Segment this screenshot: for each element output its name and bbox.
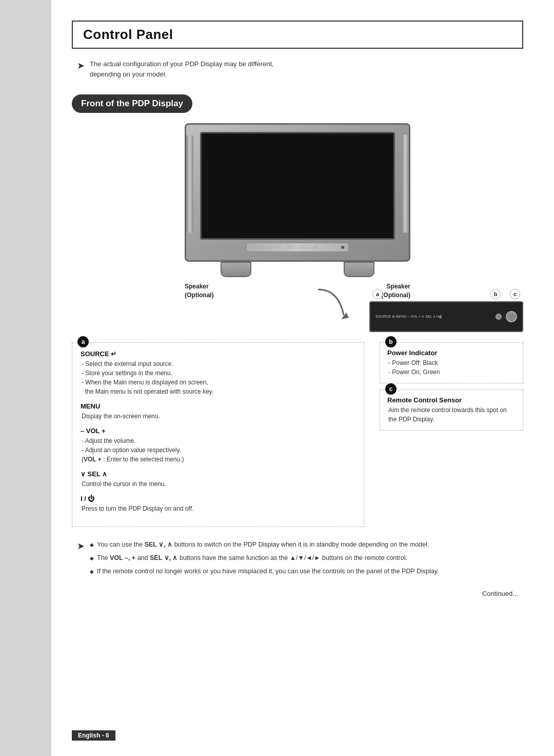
desc-box-c-label: c bbox=[385, 383, 397, 395]
tv-screen bbox=[200, 132, 395, 240]
desc-box-b-label: b bbox=[385, 336, 397, 347]
desc-b-title: Power Indicator bbox=[387, 349, 516, 357]
desc-sel-title: ∨ SEL ∧ bbox=[81, 470, 355, 478]
tv-wrapper: SOURCE ⊕ MENU – VOL + ∨ SEL ∧ I/⏻ bbox=[185, 123, 410, 277]
bottom-notes-list: You can use the SEL ∨, ∧ buttons to swit… bbox=[90, 539, 439, 579]
desc-box-b: b Power Indicator - Power Off; Black - P… bbox=[380, 342, 523, 383]
circle-badge-b: b bbox=[385, 336, 397, 347]
left-sidebar bbox=[0, 0, 51, 756]
tv-stand-left bbox=[221, 262, 251, 277]
desc-c-title: Remote Control Sensor bbox=[387, 396, 516, 404]
panel-sensor-circle bbox=[506, 311, 517, 322]
desc-menu-text: Display the on-screen menu. bbox=[81, 412, 355, 421]
desc-power-title: I / ⏻ bbox=[81, 495, 355, 502]
content-area: Control Panel ➤ The actual configuration… bbox=[51, 0, 554, 618]
bottom-note-1: You can use the SEL ∨, ∧ buttons to swit… bbox=[90, 539, 439, 550]
note-text: The actual configuration of your PDP Dis… bbox=[90, 59, 274, 79]
circle-badge-c: c bbox=[385, 383, 397, 395]
desc-source: SOURCE ↵ - Select the external input sou… bbox=[81, 350, 355, 396]
panel-button-labels: SOURCE ⊕ MENU – VOL + ∨ SEL ∧ I/⏻ bbox=[375, 315, 442, 319]
desc-box-c: c Remote Control Sensor Aim the remote c… bbox=[380, 390, 523, 431]
page-title: Control Panel bbox=[83, 27, 512, 43]
desc-vol-title: – VOL + bbox=[81, 427, 355, 435]
desc-box-a-label: a bbox=[77, 336, 89, 347]
desc-power: I / ⏻ Press to turn the PDP Display on a… bbox=[81, 495, 355, 513]
panel-led bbox=[496, 314, 502, 320]
desc-source-title: SOURCE ↵ bbox=[81, 350, 355, 358]
panel-label-b: b bbox=[490, 289, 501, 299]
tv-controls-text: SOURCE ⊕ MENU – VOL + ∨ SEL ∧ I/⏻ bbox=[247, 245, 339, 249]
bottom-notes-arrow-icon: ➤ bbox=[77, 540, 85, 552]
tv-stand-right bbox=[344, 262, 374, 277]
continued-text: Continued... bbox=[72, 590, 523, 597]
tv-led-dot bbox=[341, 246, 344, 249]
panel-closeup: SOURCE ⊕ MENU – VOL + ∨ SEL ∧ I/⏻ bbox=[369, 301, 523, 332]
section-title: Front of the PDP Display bbox=[81, 99, 183, 108]
desc-vol-text: - Adjust the volume. - Adjust an option … bbox=[81, 436, 355, 464]
desc-b-text: - Power Off; Black - Power On; Green bbox=[387, 358, 516, 377]
panel-zoom-area: a b c SOURCE ⊕ MENU – VOL + ∨ SEL ∧ I/⏻ bbox=[369, 289, 523, 332]
desc-menu: MENU Display the on-screen menu. bbox=[81, 402, 355, 421]
desc-c-text: Aim the remote control towards this spot… bbox=[387, 405, 516, 424]
descriptions-row: a SOURCE ↵ - Select the external input s… bbox=[72, 342, 523, 527]
bottom-note-3: If the remote control no longer works or… bbox=[90, 566, 439, 576]
tv-controls-bar: SOURCE ⊕ MENU – VOL + ∨ SEL ∧ I/⏻ bbox=[246, 243, 349, 252]
desc-source-text: - Select the external input source. - St… bbox=[81, 359, 355, 396]
zoom-arrow-svg bbox=[313, 284, 354, 325]
tv-stand-area bbox=[185, 262, 410, 277]
speaker-label-left: Speaker (Optional) bbox=[185, 282, 214, 300]
tv-body: SOURCE ⊕ MENU – VOL + ∨ SEL ∧ I/⏻ bbox=[185, 123, 410, 262]
bottom-note-2: The VOL –, + and SEL ∨, ∧ buttons have t… bbox=[90, 553, 439, 563]
circle-badge-a: a bbox=[77, 336, 89, 347]
desc-sel-text: Control the cursor in the menu. bbox=[81, 479, 355, 489]
svg-marker-0 bbox=[341, 313, 349, 319]
desc-right: b Power Indicator - Power Off; Black - P… bbox=[380, 342, 523, 527]
note-row: ➤ The actual configuration of your PDP D… bbox=[72, 59, 523, 79]
section-title-bar: Front of the PDP Display bbox=[72, 94, 192, 113]
tv-area: SOURCE ⊕ MENU – VOL + ∨ SEL ∧ I/⏻ bbox=[72, 123, 523, 277]
panel-closeup-inner: SOURCE ⊕ MENU – VOL + ∨ SEL ∧ I/⏻ bbox=[375, 315, 496, 319]
panel-label-a: a bbox=[372, 289, 383, 299]
page-wrapper: Control Panel ➤ The actual configuration… bbox=[0, 0, 554, 756]
tv-side-bar-right bbox=[402, 135, 409, 232]
desc-menu-title: MENU bbox=[81, 402, 355, 410]
desc-sel: ∨ SEL ∧ Control the cursor in the menu. bbox=[81, 470, 355, 489]
footer-lang: English - 6 bbox=[72, 730, 115, 741]
desc-power-text: Press to turn the PDP Display on and off… bbox=[81, 504, 355, 513]
tv-side-bar-left bbox=[186, 135, 193, 232]
panel-label-c: c bbox=[510, 289, 520, 299]
panel-circle-labels: a b c bbox=[369, 289, 523, 299]
tv-stand-between bbox=[251, 262, 344, 277]
zoom-area: a b c SOURCE ⊕ MENU – VOL + ∨ SEL ∧ I/⏻ bbox=[72, 284, 523, 332]
note-arrow-icon: ➤ bbox=[77, 60, 85, 71]
page-title-bar: Control Panel bbox=[72, 21, 523, 49]
desc-box-a: a SOURCE ↵ - Select the external input s… bbox=[72, 342, 364, 527]
footer-bar: English - 6 bbox=[51, 730, 554, 741]
desc-vol: – VOL + - Adjust the volume. - Adjust an… bbox=[81, 427, 355, 464]
zoom-arrow-container bbox=[313, 284, 354, 327]
bottom-notes: ➤ You can use the SEL ∨, ∧ buttons to sw… bbox=[72, 539, 523, 579]
